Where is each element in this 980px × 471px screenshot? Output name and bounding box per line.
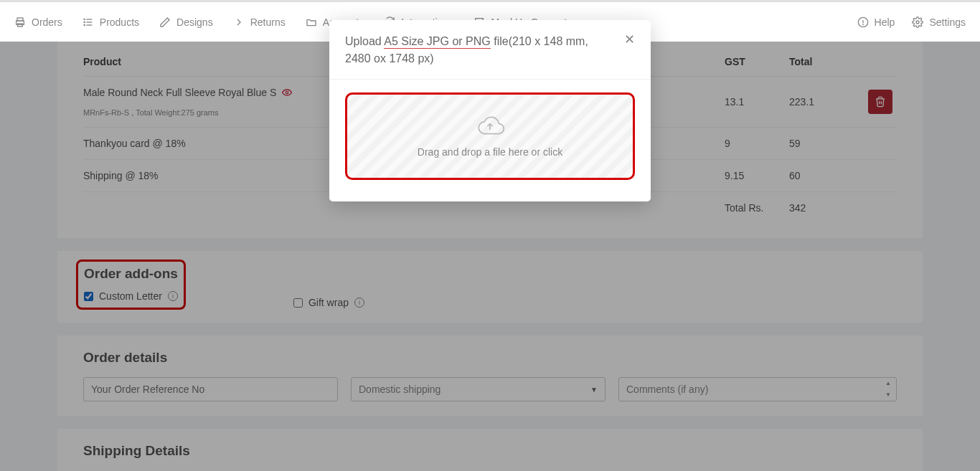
nav-label: Help [875, 16, 895, 28]
nav-orders[interactable]: Orders [14, 16, 62, 28]
header-gst: GST [725, 56, 789, 67]
shipping-panel: Shipping Details [57, 429, 923, 471]
highlight-addons: Order add-ons Custom Letter i [76, 260, 186, 310]
nav-settings[interactable]: Settings [912, 16, 966, 28]
gift-wrap-checkbox[interactable] [293, 298, 303, 308]
cell-gst: 9 [725, 138, 789, 149]
gear-icon [912, 16, 923, 28]
nav-label: Orders [32, 16, 62, 28]
cell-gst: 13.1 [725, 96, 789, 108]
upload-modal: Upload A5 Size JPG or PNG file(210 x 148… [329, 20, 651, 201]
eye-icon[interactable] [282, 88, 292, 98]
delete-button[interactable] [868, 90, 892, 114]
addons-panel: Order add-ons Custom Letter i Gift wrap … [57, 251, 923, 323]
help-icon [857, 16, 869, 28]
svg-point-14 [286, 91, 288, 94]
product-name: Shipping @ 18% [83, 170, 159, 181]
folder-icon [306, 16, 317, 28]
modal-title: Upload A5 Size JPG or PNG file(210 x 148… [345, 33, 616, 67]
pencil-icon [159, 16, 171, 28]
shipping-title: Shipping Details [83, 443, 897, 459]
footer-label: Total Rs. [725, 202, 789, 214]
svg-point-6 [84, 19, 85, 19]
gift-wrap-label: Gift wrap [308, 297, 349, 308]
cell-gst: 9.15 [725, 170, 789, 181]
printer-icon [14, 16, 26, 28]
list-icon [83, 16, 94, 28]
comments-placeholder: Comments (if any) [626, 384, 708, 395]
addons-title: Order add-ons [84, 266, 178, 282]
svg-point-8 [84, 24, 85, 25]
nav-label: Products [100, 16, 139, 28]
custom-letter-checkbox[interactable] [84, 292, 93, 301]
info-icon[interactable]: i [354, 298, 364, 308]
order-details-title: Order details [83, 350, 897, 366]
cell-total: 223.1 [789, 96, 868, 108]
order-details-panel: Order details Domestic shipping ▼ Commen… [57, 336, 923, 416]
nav-help[interactable]: Help [857, 16, 895, 28]
info-icon[interactable]: i [168, 291, 178, 301]
product-name: Thankyou card @ 18% [83, 138, 186, 149]
cloud-upload-icon [475, 115, 505, 139]
cell-total: 59 [789, 138, 868, 149]
footer-total: 342 [789, 202, 868, 214]
nav-label: Designs [176, 16, 213, 28]
textarea-resize-handle[interactable]: ▲▼ [883, 381, 893, 398]
nav-label: Settings [929, 16, 966, 28]
comments-input[interactable]: Comments (if any) ▲▼ [618, 377, 897, 401]
nav-returns[interactable]: Returns [233, 16, 286, 28]
product-name: Male Round Neck Full Sleeve Royal Blue S [83, 87, 276, 98]
custom-letter-label: Custom Letter [99, 290, 162, 302]
nav-products[interactable]: Products [83, 16, 139, 28]
select-value: Domestic shipping [359, 384, 440, 395]
chevron-right-icon [233, 16, 245, 28]
nav-label: Returns [250, 16, 286, 28]
shipping-type-select[interactable]: Domestic shipping ▼ [351, 377, 606, 401]
dropzone-text: Drag and drop a file here or click [418, 146, 562, 158]
modal-close-button[interactable]: ✕ [624, 33, 635, 46]
header-total: Total [789, 56, 868, 67]
svg-point-13 [916, 21, 919, 24]
trash-icon [875, 96, 886, 108]
file-dropzone[interactable]: Drag and drop a file here or click [345, 92, 635, 180]
chevron-down-icon: ▼ [590, 386, 598, 394]
cell-total: 60 [789, 170, 868, 181]
order-ref-input[interactable] [83, 377, 338, 401]
nav-designs[interactable]: Designs [159, 16, 213, 28]
svg-point-7 [84, 22, 85, 22]
svg-point-12 [862, 24, 863, 25]
